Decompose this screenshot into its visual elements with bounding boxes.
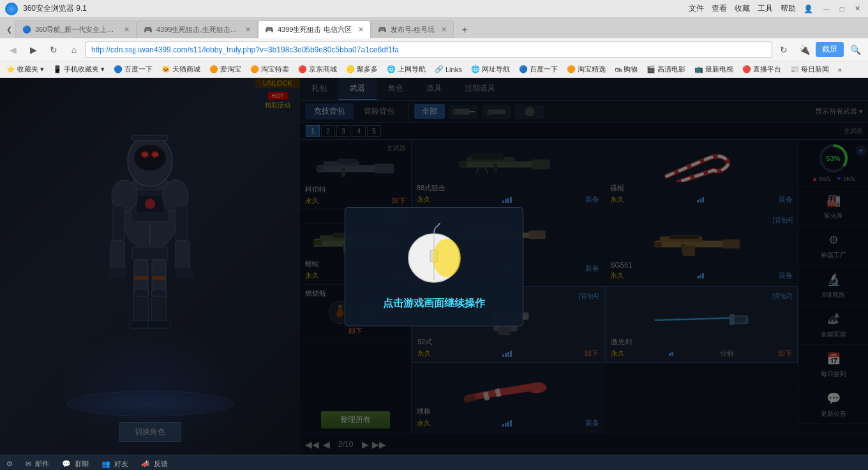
tab-3-icon: 🎮: [265, 26, 274, 34]
tab-3-label: 4399生死狙击 电信六区: [278, 25, 352, 34]
title-bar: 360安全浏览器 9.1 文件 查看 收藏 工具 帮助 👤 — □ ✕: [0, 0, 868, 18]
search-icon[interactable]: 🔍: [846, 41, 864, 59]
bookmark-news[interactable]: 📰每日新闻: [786, 63, 833, 75]
bookmark-shopping[interactable]: 🛍购物: [611, 63, 641, 75]
back-button[interactable]: ◀: [4, 41, 22, 59]
menu-view[interactable]: 查看: [712, 3, 727, 14]
menu-collect[interactable]: 收藏: [735, 3, 750, 14]
tabs-bar: ❮ 🔵 360导航_新一代安全上网导航 ✕ 🎮 4399生死狙击,生死狙击官网,…: [0, 18, 868, 38]
popup-text: 点击游戏画面继续操作: [383, 297, 485, 310]
bookmark-taobao[interactable]: 🟠爱淘宝: [206, 63, 245, 75]
bookmark-nav[interactable]: 🌐上网导航: [383, 63, 430, 75]
bookmark-tv[interactable]: 📺最新电视: [691, 63, 737, 75]
feedback-icon: 📣: [141, 460, 150, 468]
mail-icon: ✉: [26, 460, 31, 468]
tab-4-label: 发布号-租号玩: [391, 25, 435, 34]
tab-1-label: 360导航_新一代安全上网导航: [35, 25, 117, 34]
menu-tools[interactable]: 工具: [758, 3, 773, 14]
tab-4-icon: 🎮: [378, 26, 387, 34]
tab-2-label: 4399生死狙击,生死狙击官网,生...: [156, 25, 239, 34]
tab-1-icon: 🔵: [22, 26, 31, 34]
bookmark-jd[interactable]: 🔴京东商城: [294, 63, 341, 75]
screenshot-button[interactable]: 截屏: [816, 42, 844, 57]
prev-tabs-btn[interactable]: ❮: [3, 20, 15, 38]
refresh-button[interactable]: ↻: [45, 41, 63, 59]
bookmark-baidu[interactable]: 🔵百度一下: [110, 63, 156, 75]
more-bookmarks[interactable]: »: [834, 64, 846, 75]
url-text: http://cdn.ssjj.iwan4399.com/s11/lobby_t…: [91, 45, 399, 54]
mouse-icon: [393, 223, 475, 287]
feedback-button[interactable]: 📣 反馈: [141, 459, 168, 469]
bookmark-web-nav[interactable]: 🌐网址导航: [467, 63, 514, 75]
tab-1[interactable]: 🔵 360导航_新一代安全上网导航 ✕: [15, 20, 137, 38]
account-icon[interactable]: 👤: [804, 4, 813, 13]
bookmark-mobile[interactable]: 📱手机收藏夹▾: [49, 63, 108, 75]
tab-4-close[interactable]: ✕: [441, 26, 447, 34]
forward-button[interactable]: ▶: [24, 41, 42, 59]
tab-4[interactable]: 🎮 发布号-租号玩 ✕: [371, 20, 454, 38]
maximize-button[interactable]: □: [836, 3, 848, 15]
settings-icon: ⚙: [6, 460, 13, 468]
bookmark-movies[interactable]: 🎬高清电影: [643, 63, 689, 75]
tab-3[interactable]: 🎮 4399生死狙击 电信六区 ✕: [258, 20, 371, 38]
bookmark-baidu2[interactable]: 🔵百度一下: [515, 63, 562, 75]
bookmark-pinduoduo[interactable]: 🟡聚多多: [342, 63, 382, 75]
new-tab-button[interactable]: +: [456, 22, 473, 38]
minimize-button[interactable]: —: [821, 3, 832, 15]
tab-2-close[interactable]: ✕: [245, 26, 251, 34]
popup-box: 点击游戏画面继续操作: [345, 207, 523, 326]
bottom-bar: ⚙ ✉ 邮件 💬 群聊 👥 好友 📣 反馈: [0, 455, 868, 470]
bookmarks-bar: ⭐收藏夹▾ 📱手机收藏夹▾ 🔵百度一下 🐱天猫商城 🟠爱淘宝 🟠淘宝特卖 🔴京东…: [0, 61, 868, 78]
group-chat-button[interactable]: 💬 群聊: [62, 459, 89, 469]
menu-file[interactable]: 文件: [689, 3, 704, 14]
browser-logo: [5, 3, 18, 15]
friends-icon: 👥: [101, 460, 110, 468]
close-button[interactable]: ✕: [851, 3, 863, 15]
address-bar[interactable]: http://cdn.ssjj.iwan4399.com/s11/lobby_t…: [86, 42, 772, 58]
refresh-icon[interactable]: ↻: [775, 41, 793, 59]
friends-button[interactable]: 👥 好友: [101, 459, 128, 469]
settings-button[interactable]: ⚙: [6, 460, 13, 468]
tab-2[interactable]: 🎮 4399生死狙击,生死狙击官网,生... ✕: [137, 20, 258, 38]
tab-3-close[interactable]: ✕: [358, 26, 364, 34]
tab-2-icon: 🎮: [144, 26, 153, 34]
bookmark-tmall[interactable]: 🐱天猫商城: [158, 63, 204, 75]
bookmark-favorites[interactable]: ⭐收藏夹▾: [3, 63, 48, 75]
tab-1-close[interactable]: ✕: [124, 26, 130, 34]
bookmark-taobao-select[interactable]: 🟠淘宝精选: [563, 63, 610, 75]
mail-button[interactable]: ✉ 邮件: [26, 459, 49, 469]
bookmark-live[interactable]: 🔴直播平台: [738, 63, 785, 75]
bookmark-links[interactable]: 🔗Links: [431, 64, 466, 75]
bookmark-taobao2[interactable]: 🟠淘宝特卖: [246, 63, 293, 75]
nav-bar: ◀ ▶ ↻ ⌂ http://cdn.ssjj.iwan4399.com/s11…: [0, 38, 868, 61]
game-container: UNLOCK HOT 精彩活动 切换角色 礼包 武器 角色 道具 过期道具 竞技…: [0, 78, 868, 455]
browser-title: 360安全浏览器 9.1: [23, 3, 87, 14]
group-icon: 💬: [62, 460, 71, 468]
extension-icon[interactable]: 🔌: [795, 41, 813, 59]
home-button[interactable]: ⌂: [65, 41, 83, 59]
popup-overlay[interactable]: 点击游戏画面继续操作: [0, 78, 868, 455]
menu-help[interactable]: 帮助: [781, 3, 796, 14]
svg-point-104: [433, 239, 461, 277]
